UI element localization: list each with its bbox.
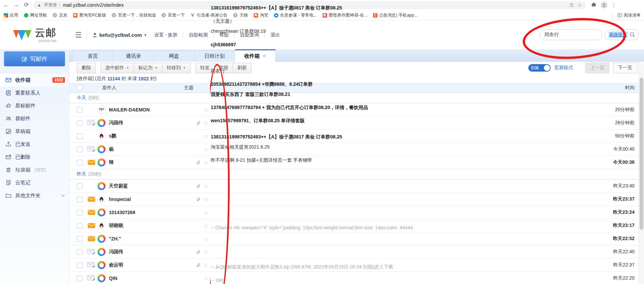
mail-row[interactable]: QIN☆昨不早说啊 8-21 拍摄+主图详情页一套 手表钢带 -- 从QQ邮箱发… bbox=[69, 272, 644, 284]
color-ring-avatar bbox=[97, 158, 106, 166]
star-icon[interactable]: ☆ bbox=[202, 196, 210, 203]
hamburger-menu-icon[interactable]: ☰ bbox=[75, 31, 82, 40]
sidebar-item-已发送[interactable]: 已发送 bbox=[0, 138, 69, 151]
row-checkbox[interactable] bbox=[77, 160, 83, 165]
attachment-paperclip-icon bbox=[194, 250, 202, 255]
bookmark-item[interactable]: 应用 bbox=[3, 12, 18, 18]
wide-mode-toggle[interactable]: 切换 bbox=[528, 64, 551, 72]
chevron-down-icon: ▼ bbox=[144, 33, 147, 37]
star-icon[interactable]: ☆ bbox=[202, 146, 210, 153]
mail-time: 昨天23:24 bbox=[597, 209, 644, 215]
divider bbox=[60, 3, 60, 7]
advanced-search-link[interactable]: 高级搜索 bbox=[608, 31, 627, 38]
bookmark-item[interactable]: 京东 bbox=[52, 12, 67, 18]
tab-首页[interactable]: 首页 bbox=[72, 50, 113, 62]
bookmark-item[interactable]: 网址导航 bbox=[24, 12, 47, 18]
star-icon[interactable]: ☆ bbox=[202, 159, 210, 166]
star-icon[interactable]: ☆ bbox=[202, 120, 210, 126]
account-menu[interactable]: kefu@yzlbwl.com ▼ bbox=[92, 32, 147, 38]
unread-badge: 1922 bbox=[52, 77, 65, 83]
summary-pre: (总共 bbox=[95, 76, 106, 82]
star-icon[interactable]: ☆ bbox=[202, 133, 210, 139]
sidebar-item-suffix[interactable]: [清空] bbox=[35, 167, 46, 173]
bookmark-item[interactable]: 淘爱淘宝PC新版 bbox=[73, 12, 106, 18]
row-checkbox[interactable] bbox=[77, 249, 83, 255]
mail-time: 昨天23:40 bbox=[597, 183, 644, 189]
sidebar-item-label: 其他文件夹 bbox=[15, 192, 41, 199]
select-all-checkbox[interactable] bbox=[77, 85, 83, 91]
sidebar-item-群邮件[interactable]: 群邮件 bbox=[0, 112, 69, 125]
globe-icon bbox=[112, 13, 116, 18]
row-checkbox[interactable] bbox=[77, 183, 83, 189]
scrollbar[interactable] bbox=[639, 63, 644, 284]
header-menu-item[interactable]: 设置 - 换肤 bbox=[154, 32, 177, 38]
star-icon[interactable]: ☆ bbox=[202, 223, 210, 229]
row-checkbox[interactable] bbox=[77, 223, 83, 229]
bookmark-item[interactable]: 百度一下 bbox=[161, 12, 185, 18]
reload-icon[interactable]: ⟳ bbox=[23, 2, 30, 8]
row-checkbox[interactable] bbox=[77, 262, 83, 268]
row-checkbox[interactable] bbox=[77, 197, 83, 202]
next-page-button[interactable]: 下一页 bbox=[613, 62, 637, 73]
row-checkbox[interactable] bbox=[77, 236, 83, 242]
search-icon[interactable] bbox=[629, 32, 636, 38]
replied-envelope-icon bbox=[86, 120, 97, 126]
row-checkbox[interactable] bbox=[77, 133, 83, 139]
mail-time: 今天00:36 bbox=[597, 159, 644, 165]
tab-label: 通讯录 bbox=[126, 53, 141, 59]
toolbar-button-选中邮件[interactable]: 选中邮件▼ bbox=[100, 63, 134, 73]
menu-dots-icon[interactable]: ⋮ bbox=[612, 2, 616, 8]
security-label: 不安全 bbox=[44, 2, 57, 8]
header-menu-item[interactable]: 自助检测 bbox=[189, 32, 208, 38]
star-icon[interactable]: ☆ bbox=[202, 107, 210, 113]
taobao-icon: 淘 bbox=[73, 13, 77, 18]
tab-网盘[interactable]: 网盘 bbox=[154, 50, 194, 62]
row-checkbox[interactable] bbox=[77, 147, 83, 152]
draft-icon bbox=[5, 128, 12, 134]
sender-name: 俞运明 bbox=[106, 262, 194, 268]
mail-time: 今天00:40 bbox=[597, 146, 644, 152]
star-icon[interactable]: ☆ bbox=[202, 183, 210, 189]
mail-subject[interactable]: 昨不早说啊 8-21 拍摄+主图详情页一套 手表钢带 -- 从QQ邮箱发来的超大… bbox=[210, 157, 597, 284]
sidebar-item-草稿箱[interactable]: 草稿箱 bbox=[0, 125, 69, 138]
attachment-paperclip-icon bbox=[194, 160, 202, 165]
bookmark-item[interactable]: 百度一下，你就知道 bbox=[112, 12, 156, 18]
sidebar-item-星标邮件[interactable]: 星标邮件 bbox=[0, 99, 69, 112]
star-icon[interactable]: ☆ bbox=[202, 209, 210, 216]
app-logo[interactable]: 云邮 yunyou.top bbox=[0, 28, 69, 43]
star-icon[interactable]: ☆ bbox=[202, 262, 210, 268]
sidebar-item-收件箱[interactable]: 收件箱1922 bbox=[0, 74, 69, 86]
globe-icon bbox=[161, 13, 166, 18]
row-checkbox[interactable] bbox=[77, 276, 83, 281]
toolbar-button-标记为[interactable]: 标记为▼ bbox=[134, 63, 162, 73]
sidebar-item-云笔记[interactable]: 云笔记 bbox=[0, 176, 69, 189]
sidebar-item-重要联系人[interactable]: 重要联系人 bbox=[0, 86, 69, 99]
reading-list-label: 阅读清单 bbox=[624, 12, 641, 18]
attachment-paperclip-icon bbox=[194, 197, 202, 202]
star-icon[interactable]: ☆ bbox=[202, 236, 210, 242]
row-checkbox[interactable] bbox=[77, 210, 83, 215]
star-icon[interactable]: ☆ bbox=[202, 275, 210, 282]
sidebar-item-已删除[interactable]: 已删除 bbox=[0, 151, 69, 163]
star-icon[interactable]: ☆ bbox=[202, 249, 210, 255]
toolbar-button-删除[interactable]: 删除 bbox=[77, 63, 96, 73]
reading-list-button[interactable]: 阅读清单 bbox=[617, 12, 641, 18]
unread-envelope-icon bbox=[86, 223, 97, 228]
back-icon[interactable]: ← bbox=[3, 2, 9, 8]
forward-icon[interactable]: → bbox=[13, 2, 20, 8]
color-ring-avatar bbox=[97, 248, 106, 256]
sidebar-item-其他文件夹[interactable]: 其他文件夹 bbox=[0, 189, 69, 202]
subject-keyword: 同衣行 bbox=[211, 68, 225, 284]
row-checkbox[interactable] bbox=[77, 107, 83, 113]
sidebar-item-垃圾箱[interactable]: 垃圾箱[清空] bbox=[0, 163, 69, 176]
toolbar-button-转移到[interactable]: 转移到▼ bbox=[162, 63, 191, 73]
tab-通讯录[interactable]: 通讯录 bbox=[113, 50, 154, 62]
mail-time: 昨天22:40 bbox=[597, 249, 644, 255]
row-checkbox[interactable] bbox=[77, 120, 83, 126]
scrollbar-thumb[interactable] bbox=[640, 78, 643, 230]
chevron-down-icon[interactable] bbox=[61, 195, 65, 197]
sidebar-item-label: 群邮件 bbox=[15, 115, 30, 122]
compose-button[interactable]: 写邮件 bbox=[4, 51, 65, 66]
sidebar-item-label: 重要联系人 bbox=[15, 90, 41, 96]
profile-avatar[interactable] bbox=[601, 2, 607, 8]
